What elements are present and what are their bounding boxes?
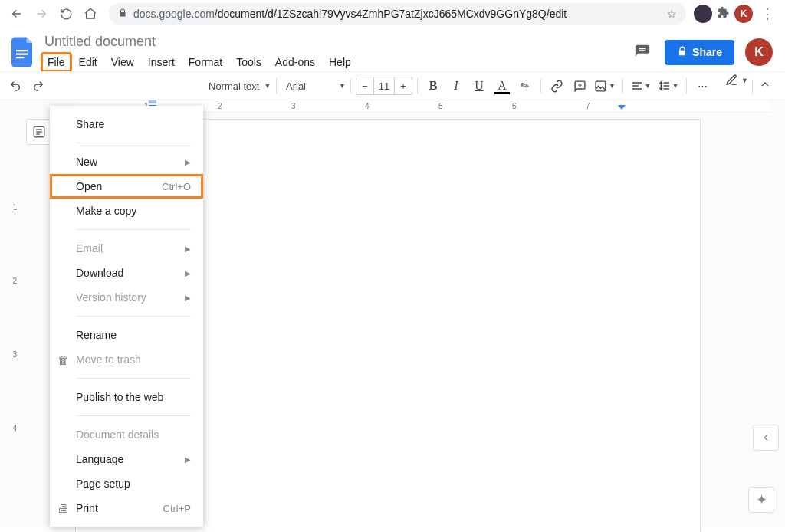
forward-button[interactable]	[31, 3, 52, 25]
chevron-right-icon: ▶	[185, 245, 191, 253]
menu-open[interactable]: OpenCtrl+O	[50, 174, 203, 199]
chevron-down-icon: ▼	[264, 82, 271, 90]
lock-icon	[677, 46, 688, 59]
more-button[interactable]: ⋯	[691, 75, 713, 97]
file-menu-dropdown: Share New▶ OpenCtrl+O Make a copy Email▶…	[50, 106, 203, 527]
star-icon[interactable]: ☆	[667, 8, 677, 20]
address-bar[interactable]: docs.google.com/document/d/1ZSzcahi79Vyv…	[109, 3, 686, 25]
menu-trash[interactable]: 🗑Move to trash	[50, 347, 203, 372]
svg-rect-0	[16, 50, 28, 51]
svg-rect-2	[16, 57, 25, 58]
underline-button[interactable]: U	[468, 75, 490, 97]
svg-rect-4	[149, 100, 156, 103]
increase-size-button[interactable]: +	[395, 80, 412, 92]
trash-icon: 🗑	[56, 353, 70, 366]
reload-button[interactable]	[55, 3, 77, 25]
font-select[interactable]: Arial▼	[281, 80, 346, 92]
home-button[interactable]	[80, 3, 101, 25]
menu-tools[interactable]: Tools	[230, 53, 268, 71]
chevron-right-icon: ▶	[185, 455, 191, 464]
chevron-down-icon: ▼	[741, 77, 748, 84]
extension-icon[interactable]	[694, 5, 712, 23]
collapse-toolbar-button[interactable]	[754, 74, 776, 95]
back-button[interactable]	[6, 3, 28, 25]
bold-button[interactable]: B	[422, 75, 444, 97]
explore-button[interactable]: ✦	[748, 487, 774, 513]
font-size-control: − 11 +	[356, 77, 412, 95]
menu-new[interactable]: New▶	[50, 149, 203, 174]
menubar: File Edit View Insert Format Tools Add-o…	[41, 53, 631, 71]
side-panel-toggle-button[interactable]	[753, 425, 779, 451]
font-size-value[interactable]: 11	[373, 77, 395, 94]
chrome-menu-icon[interactable]: ⋮	[757, 5, 777, 22]
menu-rename[interactable]: Rename	[50, 323, 203, 347]
decrease-size-button[interactable]: −	[356, 80, 373, 92]
insert-link-button[interactable]	[546, 75, 567, 97]
menu-view[interactable]: View	[105, 53, 140, 71]
menu-help[interactable]: Help	[323, 53, 357, 71]
print-icon: 🖶	[56, 502, 70, 515]
menu-email[interactable]: Email▶	[50, 236, 203, 261]
insert-image-button[interactable]: ▼	[592, 75, 618, 97]
chevron-right-icon: ▶	[185, 269, 191, 277]
chrome-profile-avatar[interactable]: K	[734, 5, 753, 23]
chevron-right-icon: ▶	[185, 294, 191, 302]
editing-mode-button[interactable]: ▼	[725, 74, 748, 87]
menu-document-details[interactable]: Document details	[50, 422, 203, 447]
add-comment-button[interactable]	[569, 75, 590, 97]
menu-insert[interactable]: Insert	[142, 53, 181, 71]
paragraph-style-select[interactable]: Normal text▼	[204, 80, 271, 92]
share-label: Share	[692, 46, 722, 58]
highlight-button[interactable]: ✎	[514, 75, 536, 97]
document-title[interactable]: Untitled document	[41, 32, 631, 51]
toolbar: Normal text▼ Arial▼ − 11 + B I U A ✎ ▼ ▼…	[0, 71, 785, 100]
undo-button[interactable]	[5, 75, 26, 97]
extensions-icon[interactable]	[717, 6, 730, 21]
menu-addons[interactable]: Add-ons	[269, 53, 321, 71]
outline-toggle-button[interactable]	[26, 119, 52, 145]
menu-page-setup[interactable]: Page setup	[50, 471, 203, 496]
browser-toolbar: docs.google.com/document/d/1ZSzcahi79Vyv…	[0, 0, 785, 28]
menu-publish[interactable]: Publish to the web	[50, 385, 203, 409]
right-margin-marker[interactable]	[618, 100, 626, 110]
align-button[interactable]: ▼	[628, 75, 654, 97]
chevron-right-icon: ▶	[185, 158, 191, 166]
menu-format[interactable]: Format	[182, 53, 228, 71]
comments-icon[interactable]	[631, 41, 654, 64]
vertical-ruler[interactable]: 1 2 3 4	[6, 119, 17, 527]
chevron-down-icon: ▼	[339, 82, 346, 90]
menu-download[interactable]: Download▶	[50, 261, 203, 285]
menu-file[interactable]: File	[41, 53, 71, 71]
menu-make-copy[interactable]: Make a copy	[50, 199, 203, 223]
line-spacing-button[interactable]: ▼	[655, 75, 682, 97]
share-button[interactable]: Share	[665, 40, 734, 65]
menu-version-history[interactable]: Version history▶	[50, 285, 203, 310]
lock-icon	[118, 8, 127, 20]
svg-rect-3	[596, 81, 606, 91]
menu-print[interactable]: 🖶PrintCtrl+P	[50, 496, 203, 521]
docs-header: Untitled document File Edit View Insert …	[0, 28, 785, 71]
text-color-button[interactable]: A	[491, 75, 513, 97]
account-avatar[interactable]: K	[745, 38, 773, 66]
redo-button[interactable]	[28, 75, 49, 97]
menu-language[interactable]: Language▶	[50, 447, 203, 471]
menu-edit[interactable]: Edit	[73, 53, 103, 71]
menu-share[interactable]: Share	[50, 112, 203, 136]
docs-logo-icon[interactable]	[9, 34, 37, 71]
italic-button[interactable]: I	[445, 75, 467, 97]
url: docs.google.com/document/d/1ZSzcahi79Vyv…	[133, 8, 567, 20]
svg-rect-1	[16, 54, 28, 55]
